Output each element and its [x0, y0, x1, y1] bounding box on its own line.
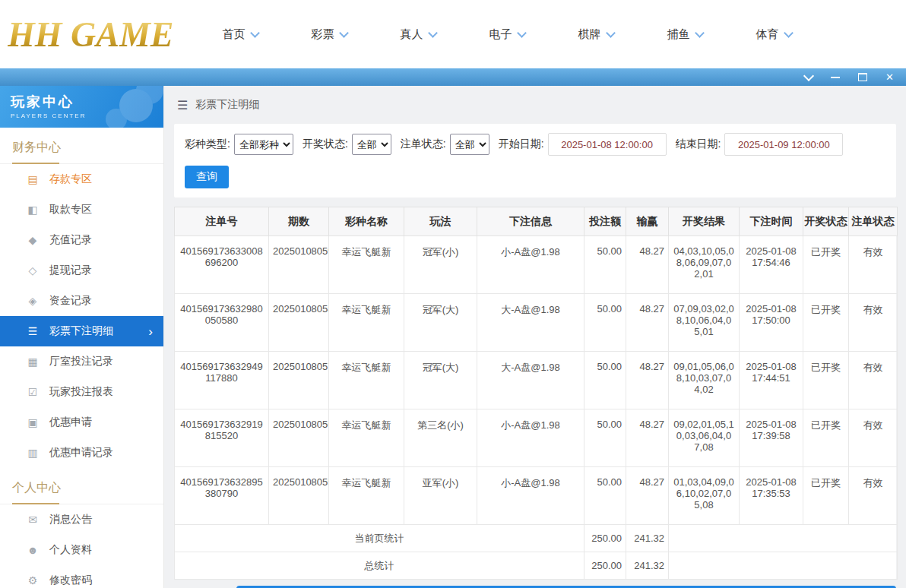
- top-header: HH GAME 首页彩票真人电子棋牌捕鱼体育: [0, 0, 906, 68]
- cell-bet-info: 大-A盘@1.98: [477, 352, 584, 409]
- sidebar-item-label: 个人资料: [49, 543, 153, 557]
- column-header: 玩法: [404, 207, 477, 236]
- table-row: 40156917363300869620020250108059幸运飞艇新冠军(…: [175, 236, 898, 294]
- cell-result: 04,03,10,05,08,06,09,07,02,01: [669, 236, 740, 294]
- cell-play: 第三名(小): [404, 409, 477, 467]
- cell-lottery: 幸运飞艇新: [329, 236, 404, 294]
- cell-lottery: 幸运飞艇新: [329, 467, 404, 525]
- cell-draw-status: 已开奖: [803, 352, 849, 409]
- nav-item-fishing[interactable]: 捕鱼: [667, 27, 703, 42]
- column-header: 彩种名称: [329, 207, 404, 236]
- sidebar-item-deposit[interactable]: ▤存款专区: [0, 164, 163, 194]
- page-title: 彩票下注明细: [195, 98, 259, 112]
- cell-issue: 20250108057: [269, 352, 329, 409]
- cell-bet-amount: 50.00: [584, 352, 626, 409]
- query-button[interactable]: 查询: [185, 166, 229, 188]
- maximize-icon[interactable]: [858, 73, 867, 81]
- cell-order-status: 有效: [849, 236, 898, 294]
- table-header-row: 注单号期数彩种名称玩法下注信息投注额输赢开奖结果下注时间开奖状态注单状态: [175, 207, 898, 236]
- nav-item-label: 棋牌: [578, 27, 601, 42]
- cell-win-loss: 48.27: [626, 467, 669, 525]
- nav-item-label: 捕鱼: [667, 27, 690, 42]
- cell-issue: 20250108056: [269, 409, 329, 467]
- cell-bet-info: 小-A盘@1.98: [477, 409, 584, 467]
- column-header: 开奖结果: [669, 207, 740, 236]
- menu-toggle-icon[interactable]: ☰: [177, 98, 188, 112]
- close-icon[interactable]: ✕: [885, 72, 894, 82]
- sidebar-item-label: 厅室投注记录: [49, 355, 153, 368]
- cell-play: 冠军(大): [404, 352, 477, 409]
- sidebar-item-label: 提现记录: [49, 264, 153, 277]
- cell-order-status: 有效: [849, 409, 898, 467]
- content-frame: 玩家中心 PLAYERS CENTER 财务中心▤存款专区◧取款专区◆充值记录◇…: [0, 86, 906, 588]
- chevron-down-icon: [428, 28, 438, 38]
- summary-empty: [669, 525, 898, 552]
- nav-item-lottery[interactable]: 彩票: [312, 27, 347, 42]
- sidebar-item-label: 资金记录: [49, 294, 153, 308]
- player-center-subtitle: PLAYERS CENTER: [11, 112, 163, 119]
- end-date-input[interactable]: [724, 133, 843, 156]
- minimize-icon[interactable]: [831, 77, 840, 78]
- nav-item-chess[interactable]: 棋牌: [578, 27, 614, 42]
- cell-bet-amount: 50.00: [584, 236, 626, 294]
- sidebar-item-promo-apply[interactable]: ▣优惠申请: [0, 407, 163, 438]
- draw-status-select[interactable]: 全部: [352, 134, 391, 155]
- sidebar-item-player-bet-report[interactable]: ☑玩家投注报表: [0, 377, 163, 407]
- cell-bet-info: 小-A盘@1.98: [477, 467, 584, 525]
- cell-bet-time: 2025-01-08 17:35:53: [740, 467, 803, 525]
- message-icon: ✉: [26, 514, 40, 526]
- column-header: 注单状态: [849, 207, 898, 236]
- start-date-filter: 开始日期:: [499, 133, 667, 156]
- table-row: 40156917363294911788020250108057幸运飞艇新冠军(…: [175, 352, 898, 409]
- summary-bet-amount: 250.00: [584, 552, 626, 580]
- lottery-type-select[interactable]: 全部彩种: [234, 134, 293, 155]
- chevron-right-icon: ›: [148, 325, 153, 338]
- deposit-icon: ▤: [26, 173, 40, 185]
- cell-bet-time: 2025-01-08 17:54:46: [740, 236, 803, 294]
- order-status-filter: 注单状态: 全部: [401, 134, 489, 155]
- sidebar: 玩家中心 PLAYERS CENTER 财务中心▤存款专区◧取款专区◆充值记录◇…: [0, 86, 164, 588]
- filter-row: 彩种类型: 全部彩种 开奖状态: 全部 注单状态:: [185, 133, 885, 156]
- summary-win-loss: 241.32: [626, 525, 669, 552]
- chevron-down-icon: [250, 28, 260, 38]
- sidebar-item-withdraw[interactable]: ◧取款专区: [0, 194, 163, 225]
- sidebar-item-hall-bet-record[interactable]: ▦厅室投注记录: [0, 346, 163, 377]
- cell-order-status: 有效: [849, 352, 898, 409]
- sidebar-item-withdrawal-record[interactable]: ◇提现记录: [0, 255, 163, 286]
- start-date-input[interactable]: [548, 133, 667, 156]
- nav-item-label: 彩票: [312, 27, 334, 42]
- order-status-select[interactable]: 全部: [450, 134, 489, 155]
- sidebar-item-password[interactable]: ⚙修改密码: [0, 565, 163, 588]
- cell-result: 01,03,04,09,06,10,02,07,05,08: [669, 467, 740, 525]
- sidebar-item-recharge-record[interactable]: ◆充值记录: [0, 225, 163, 255]
- collapse-icon[interactable]: [803, 71, 814, 81]
- cell-win-loss: 48.27: [626, 352, 669, 409]
- nav-item-home[interactable]: 首页: [223, 27, 258, 42]
- cell-result: 07,09,03,02,08,10,06,04,05,01: [669, 294, 740, 352]
- hall-bet-record-icon: ▦: [26, 356, 40, 368]
- cell-bet-time: 2025-01-08 17:44:51: [740, 352, 803, 409]
- cell-win-loss: 48.27: [626, 236, 669, 294]
- chevron-down-icon: [695, 28, 705, 38]
- nav-item-live[interactable]: 真人: [401, 27, 436, 42]
- sidebar-item-lottery-bet-detail[interactable]: ☰彩票下注明细›: [0, 316, 163, 346]
- end-date-label: 结束日期:: [676, 138, 721, 151]
- cell-order-no: 401569173632919815520: [175, 409, 269, 467]
- player-center-header: 玩家中心 PLAYERS CENTER: [0, 86, 163, 128]
- nav-item-electronic[interactable]: 电子: [489, 27, 525, 42]
- table-row: 40156917363298005058020250108058幸运飞艇新冠军(…: [175, 294, 898, 352]
- column-header: 输赢: [626, 207, 669, 236]
- nav-item-sports[interactable]: 体育: [756, 27, 792, 42]
- cell-result: 09,02,01,05,10,03,06,04,07,08: [669, 409, 740, 467]
- sidebar-item-profile[interactable]: ☻个人资料: [0, 535, 163, 565]
- chevron-down-icon: [517, 28, 527, 38]
- cell-bet-info: 大-A盘@1.98: [477, 294, 584, 352]
- column-header: 下注信息: [477, 207, 584, 236]
- sidebar-item-funds-record[interactable]: ◈资金记录: [0, 286, 163, 316]
- sidebar-item-message[interactable]: ✉消息公告: [0, 504, 163, 535]
- cell-order-status: 有效: [849, 294, 898, 352]
- sidebar-item-promo-apply-record[interactable]: ▥优惠申请记录: [0, 438, 163, 468]
- summary-row-total: 总统计 250.00 241.32: [175, 552, 898, 580]
- nav-item-label: 首页: [223, 27, 246, 42]
- sidebar-item-label: 充值记录: [49, 233, 153, 247]
